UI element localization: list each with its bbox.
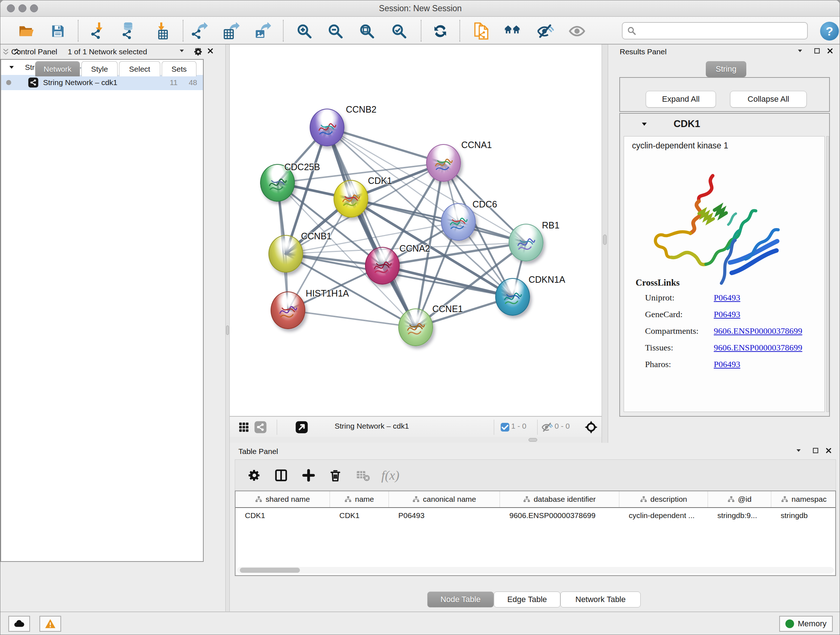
crosslink-link[interactable]: 9606.ENSP00000378699 [714, 343, 802, 353]
splitter-handle[interactable] [226, 325, 229, 335]
delete-column-trash-icon[interactable] [325, 466, 345, 485]
birds-eye-view-icon[interactable] [236, 420, 251, 435]
column-header-namespac[interactable]: namespac [771, 491, 836, 507]
cloud-status-button[interactable] [8, 616, 30, 632]
memory-button[interactable]: Memory [779, 616, 833, 632]
table-horizontal-scrollbar[interactable] [237, 567, 834, 573]
network-node-CDC6[interactable] [441, 203, 476, 241]
open-session-button[interactable] [16, 21, 36, 42]
import-network-database-button[interactable] [118, 21, 139, 42]
show-columns-icon[interactable] [271, 466, 291, 485]
create-column-icon[interactable] [299, 466, 318, 485]
tab-node-table[interactable]: Node Table [427, 592, 494, 608]
selected-checkbox[interactable] [497, 420, 513, 435]
table-cell[interactable]: cyclin-dependent ... [619, 511, 708, 520]
table-cell[interactable]: CDK1 [330, 511, 389, 520]
import-table-button[interactable] [151, 21, 172, 42]
tab-network-table[interactable]: Network Table [561, 592, 641, 608]
splitter-handle[interactable] [603, 234, 607, 245]
tab-network[interactable]: Network [35, 61, 80, 76]
refresh-button[interactable] [430, 21, 451, 42]
import-network-file-button[interactable] [88, 21, 109, 42]
results-scrollbar[interactable] [826, 136, 829, 412]
table-panel: Table Panel f(x) shared namenamecanonica… [230, 443, 840, 611]
column-header-description[interactable]: description [619, 491, 708, 507]
open-in-window-icon[interactable] [294, 420, 309, 435]
table-cell[interactable]: CDK1 [235, 511, 330, 520]
results-panel-float-icon[interactable] [812, 45, 822, 56]
export-table-button[interactable] [220, 21, 241, 42]
control-panel-splitter[interactable] [225, 44, 230, 611]
expand-all-button[interactable]: Expand All [646, 91, 716, 108]
network-node-CCNB2[interactable] [309, 109, 344, 146]
crosslink-link[interactable]: 9606.ENSP00000378699 [714, 326, 802, 336]
first-neighbors-button[interactable] [502, 21, 523, 42]
results-panel-splitter[interactable] [602, 44, 608, 443]
table-panel-menu-icon[interactable] [793, 445, 804, 456]
crosslink-label: Tissues: [645, 343, 714, 353]
help-button[interactable]: ? [820, 22, 839, 41]
warnings-button[interactable] [39, 616, 61, 632]
crosslink-link[interactable]: P06493 [714, 310, 740, 319]
crosslink-link[interactable]: P06493 [714, 293, 740, 302]
protein-name: CDK1 [674, 119, 700, 130]
zoom-fit-button[interactable] [356, 21, 377, 42]
clone-network-button[interactable] [471, 21, 492, 42]
hidden-eye-icon[interactable] [539, 420, 554, 435]
crosslink-link[interactable]: P06493 [714, 359, 740, 369]
table-cell[interactable]: P06493 [389, 511, 500, 520]
column-tree-icon [523, 496, 531, 503]
column-header-name[interactable]: name [330, 491, 389, 507]
network-canvas[interactable]: CCNB2CCNA1CDC25BCDK1CDC6RB1CCNB1CCNA2CDK… [230, 44, 602, 416]
zoom-out-button[interactable] [325, 21, 346, 42]
table-cell[interactable]: 9606.ENSP00000378699 [500, 511, 619, 520]
network-row[interactable]: String Network – cdk1 11 48 [1, 75, 203, 90]
results-panel-close-icon[interactable] [824, 45, 835, 56]
network-node-CCNA2[interactable] [365, 247, 400, 285]
export-image-button[interactable] [252, 21, 273, 42]
network-node-CCNA1[interactable] [426, 144, 461, 182]
tab-edge-table[interactable]: Edge Table [494, 592, 561, 608]
tab-select[interactable]: Select [119, 61, 160, 76]
tab-sets[interactable]: Sets [162, 61, 196, 76]
save-session-button[interactable] [47, 21, 68, 42]
column-header--id[interactable]: @id [708, 491, 771, 507]
collapse-all-networks-icon[interactable] [0, 46, 11, 57]
table-row[interactable]: CDK1CDK1P064939606.ENSP00000378699cyclin… [235, 508, 835, 523]
column-header-shared-name[interactable]: shared name [235, 491, 330, 507]
table-panel-close-icon[interactable] [823, 445, 834, 456]
table-cell[interactable]: stringdb [771, 511, 836, 520]
show-hidden-button[interactable] [567, 21, 587, 42]
protein-collapse-icon[interactable] [639, 119, 650, 130]
zoom-in-button[interactable] [294, 21, 315, 42]
results-panel-menu-icon[interactable] [794, 45, 805, 56]
network-node-CDK1[interactable] [333, 180, 368, 218]
network-node-CCNE1[interactable] [398, 309, 433, 346]
control-panel-menu-icon[interactable] [176, 45, 187, 56]
table-panel-splitter[interactable] [230, 437, 602, 443]
toolbar-separator [537, 420, 538, 435]
control-panel-float-icon[interactable] [193, 45, 203, 56]
table-settings-gear-icon[interactable] [245, 466, 264, 485]
scrollbar-thumb[interactable] [240, 568, 300, 573]
splitter-handle[interactable] [529, 438, 537, 442]
export-network-button[interactable] [188, 21, 210, 42]
fit-content-crosshair-icon[interactable] [584, 420, 599, 435]
collection-expand-icon[interactable] [8, 64, 15, 71]
collapse-all-button[interactable]: Collapse All [730, 91, 807, 108]
zoom-selected-button[interactable] [388, 21, 409, 42]
tab-string[interactable]: String [706, 61, 746, 77]
table-panel-float-icon[interactable] [810, 445, 821, 456]
search-input[interactable] [636, 26, 807, 35]
toolbar-search-box[interactable] [622, 22, 808, 40]
hide-selected-button[interactable] [535, 21, 556, 42]
network-node-RB1[interactable] [508, 224, 543, 261]
network-node-HIST1H1A[interactable] [271, 291, 305, 329]
network-node-CDKN1A[interactable] [495, 278, 530, 316]
network-node-CCNB1[interactable] [268, 235, 303, 272]
control-panel-close-icon[interactable] [205, 45, 216, 56]
column-header-database-identifier[interactable]: database identifier [500, 491, 619, 507]
tab-style[interactable]: Style [81, 61, 118, 76]
table-cell[interactable]: stringdb:9... [708, 511, 771, 520]
column-header-canonical-name[interactable]: canonical name [389, 491, 500, 507]
